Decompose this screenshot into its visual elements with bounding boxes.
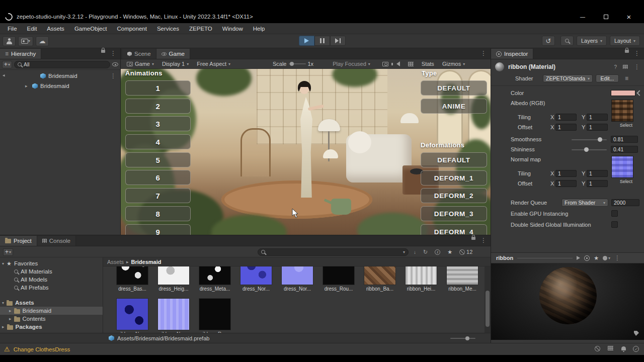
gizmos-dropdown[interactable]: Gizmos <box>439 60 468 67</box>
asset-item[interactable]: ribbon_No... <box>154 298 193 333</box>
asset-item[interactable]: ribbon_Me... <box>443 266 482 292</box>
context-menu-icon[interactable] <box>634 63 640 70</box>
deform-3-button[interactable]: DEFORM_3 <box>421 206 487 221</box>
shader-menu-icon[interactable] <box>625 75 628 82</box>
menu-services[interactable]: Services <box>152 24 184 33</box>
albedo-tiling-y-field[interactable]: 1 <box>587 114 608 121</box>
deform-1-button[interactable]: DEFORM_1 <box>421 170 487 186</box>
play-focused-dropdown[interactable]: Play Focused <box>330 60 373 67</box>
shininess-value-field[interactable]: 0.41 <box>611 146 638 153</box>
tab-scene[interactable]: Scene <box>122 49 156 59</box>
type-default-button[interactable]: DEFAULT <box>421 80 487 96</box>
asset-grid[interactable]: dress_Bas... dress_Heig... dress_Meta...… <box>103 266 485 333</box>
animation-button-7[interactable]: 7 <box>125 188 191 203</box>
smoothness-value-field[interactable]: 0.81 <box>611 136 638 143</box>
refresh-icon[interactable] <box>423 249 428 255</box>
play-button[interactable] <box>299 36 314 46</box>
create-object-button[interactable] <box>2 61 12 68</box>
asset-item[interactable]: dress_Meta... <box>195 266 234 292</box>
display-dropdown[interactable]: Display 1 <box>159 60 192 67</box>
asset-item[interactable]: dress_Rou... <box>319 266 358 292</box>
animation-button-2[interactable]: 2 <box>125 99 191 114</box>
scrollbar-thumb[interactable] <box>486 291 490 327</box>
eyedropper-icon[interactable] <box>636 90 642 96</box>
maximize-button[interactable] <box>601 12 611 21</box>
folder-contents[interactable]: Contents <box>0 315 103 323</box>
albedo-offset-x-field[interactable]: 1 <box>555 124 577 131</box>
render-queue-dropdown[interactable]: From Shader <box>561 199 608 207</box>
shader-dropdown[interactable]: ZEPETO/Standa <box>543 74 593 82</box>
asset-item[interactable]: dress_Nor... <box>236 266 276 292</box>
favorite-all-prefabs[interactable]: All Prefabs <box>0 284 103 292</box>
preview-menu-icon[interactable] <box>614 254 620 261</box>
tab-project[interactable]: Project <box>0 236 37 246</box>
create-asset-button[interactable] <box>3 248 13 256</box>
asset-item[interactable]: dress_Bas... <box>113 266 152 292</box>
menu-window[interactable]: Window <box>218 24 248 33</box>
project-search[interactable] <box>258 248 409 256</box>
smoothness-slider[interactable] <box>572 139 607 140</box>
project-search-input[interactable] <box>267 249 401 255</box>
tab-hierarchy[interactable]: Hierarchy <box>0 49 41 59</box>
collab-status-icon[interactable] <box>595 346 600 351</box>
import-icon[interactable] <box>414 249 416 255</box>
save-search-icon[interactable] <box>447 249 452 255</box>
normal-offset-y-field[interactable]: 1 <box>587 180 608 187</box>
favorite-all-models[interactable]: All Models <box>0 276 103 284</box>
aspect-dropdown[interactable]: Free Aspect <box>194 60 233 67</box>
presets-icon[interactable] <box>623 65 628 69</box>
albedo-tiling-x-field[interactable]: 1 <box>555 114 577 121</box>
menu-file[interactable]: File <box>3 24 22 33</box>
tab-console[interactable]: Console <box>37 236 76 246</box>
notifications-icon[interactable] <box>621 346 626 350</box>
hierarchy-search[interactable] <box>14 61 110 68</box>
menu-assets[interactable]: Assets <box>42 24 69 33</box>
breadcrumb-current[interactable]: Bridesmaid <box>131 259 162 265</box>
animation-button-5[interactable]: 5 <box>125 152 191 167</box>
menu-component[interactable]: Component <box>112 24 151 33</box>
asset-item[interactable]: dress_Heig... <box>154 266 193 292</box>
prefab-back-icon[interactable] <box>3 73 5 78</box>
item-menu-icon[interactable] <box>110 72 116 79</box>
mute-audio-button[interactable] <box>393 61 403 67</box>
asset-item[interactable]: ribbon_Hei... <box>401 266 441 292</box>
asset-item[interactable]: ribbon_Ro... <box>195 298 234 333</box>
help-icon[interactable] <box>614 64 617 70</box>
close-button[interactable] <box>624 12 634 21</box>
background-tasks-icon[interactable] <box>633 346 639 352</box>
asset-item[interactable]: ribbon_No... <box>113 298 152 333</box>
menu-gameobject[interactable]: GameObject <box>70 24 112 33</box>
thumbnail-zoom-slider[interactable] <box>450 338 475 339</box>
albedo-offset-y-field[interactable]: 1 <box>587 124 608 131</box>
id-badge-button[interactable] <box>18 36 33 46</box>
menu-edit[interactable]: Edit <box>23 24 42 33</box>
account-button[interactable] <box>3 36 16 46</box>
material-preview-header[interactable]: ribbon <box>491 252 644 263</box>
info-icon[interactable] <box>435 249 440 255</box>
shininess-slider[interactable] <box>572 149 607 150</box>
layers-dropdown[interactable]: Layers <box>577 36 607 46</box>
tab-game[interactable]: Game <box>156 49 190 59</box>
animation-button-9[interactable]: 9 <box>125 224 191 235</box>
panel-menu-icon[interactable] <box>480 50 487 57</box>
asset-bundle-tag-icon[interactable] <box>634 331 639 336</box>
favorites-header[interactable]: Favorites <box>0 259 103 267</box>
deform-4-button[interactable]: DEFORM_4 <box>421 224 487 235</box>
scale-slider[interactable] <box>289 63 306 64</box>
scene-picker-icon[interactable] <box>112 62 118 66</box>
preview-shape-dropdown[interactable] <box>603 256 610 260</box>
panel-menu-icon[interactable] <box>110 50 116 57</box>
foldout-icon[interactable] <box>25 83 28 88</box>
packages-root-folder[interactable]: Packages <box>0 323 103 331</box>
asset-item[interactable]: dress_Nor... <box>278 266 317 292</box>
panel-menu-icon[interactable] <box>634 50 640 57</box>
scrollbar-track[interactable] <box>485 266 491 333</box>
layout-dropdown[interactable]: Layout <box>610 36 640 46</box>
asset-item[interactable]: ribbon_Ba... <box>360 266 399 292</box>
pause-button[interactable] <box>314 36 330 46</box>
tab-inspector[interactable]: Inspector <box>491 49 533 59</box>
status-message[interactable]: Change ClothesDress <box>14 346 70 352</box>
normal-tiling-y-field[interactable]: 1 <box>587 170 608 177</box>
stats-toggle[interactable]: Stats <box>419 60 437 67</box>
lock-icon[interactable] <box>625 50 629 53</box>
